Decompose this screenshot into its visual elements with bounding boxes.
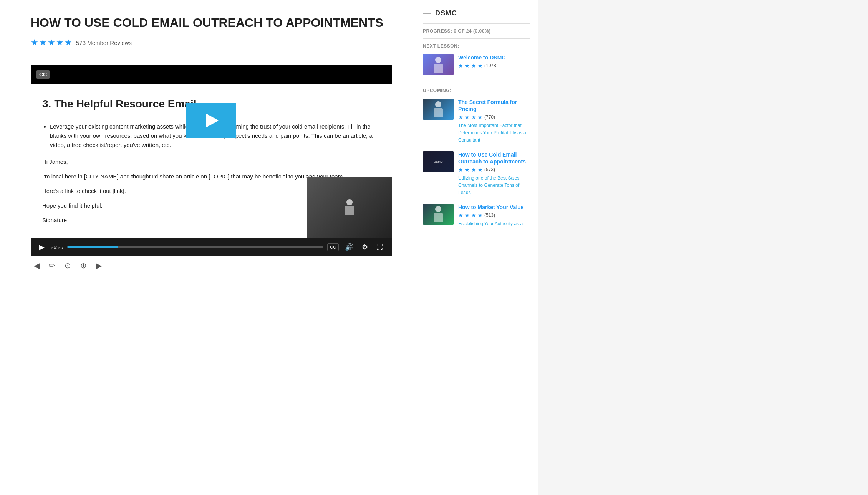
divider <box>31 57 392 57</box>
upcoming-count-0: (770) <box>484 114 495 120</box>
next-lesson-title[interactable]: Welcome to DSMC <box>458 54 530 61</box>
nl-star-3: ★ <box>471 63 476 69</box>
person-graphic <box>344 199 355 215</box>
nl-star-4: ★ <box>478 63 483 69</box>
next-lesson-card[interactable]: Welcome to DSMC ★ ★ ★ ★ (1078) <box>423 54 530 75</box>
star-1: ★ <box>31 38 38 48</box>
rating-row: ★ ★ ★ ★ ★ 573 Member Reviews <box>31 38 392 48</box>
fullscreen-button[interactable]: ⛶ <box>374 242 386 253</box>
prev-button[interactable]: ◀ <box>31 259 43 272</box>
star-5: ★ <box>65 38 72 48</box>
market-person <box>433 206 444 222</box>
sidebar-header: DSMC <box>423 9 530 17</box>
progress-fill <box>67 246 119 248</box>
star-2: ★ <box>39 38 47 48</box>
next-lesson-label: NEXT LESSON: <box>423 43 530 49</box>
video-thumbnail <box>307 177 392 238</box>
welcome-thumb-graphic <box>423 54 454 75</box>
upcoming-thumb-1: DSMC <box>423 151 454 172</box>
upcoming-card-1[interactable]: DSMC How to Use Cold Email Outreach to A… <box>423 151 530 196</box>
time-display: 26:26 <box>51 244 63 250</box>
u2-star-2: ★ <box>465 212 470 218</box>
upcoming-desc-0: The Most Important Factor that Determine… <box>458 123 526 143</box>
share-button[interactable]: ⊕ <box>77 259 90 272</box>
star-rating: ★ ★ ★ ★ ★ <box>31 38 72 48</box>
video-controls: ▶ 26:26 CC 🔊 ⚙ ⛶ <box>31 238 392 256</box>
u1-star-1: ★ <box>458 167 463 173</box>
sidebar-top-divider <box>423 23 530 24</box>
upcoming-title-1[interactable]: How to Use Cold Email Outreach to Appoin… <box>458 151 530 165</box>
thumbnail-person <box>307 177 392 238</box>
next-lesson-stars: ★ ★ ★ ★ (1078) <box>458 63 530 69</box>
main-content: HOW TO USE COLD EMAIL OUTREACH TO APPOIN… <box>0 0 415 495</box>
sidebar: DSMC PROGRESS: 0 OF 24 (0.00%) NEXT LESS… <box>415 0 538 495</box>
play-button-overlay[interactable] <box>186 103 236 138</box>
upcoming-desc-1: Utilizing one of the Best Sales Channels… <box>458 175 519 195</box>
star-3: ★ <box>48 38 55 48</box>
upcoming-info-0: The Secret Formula for Pricing ★ ★ ★ ★ (… <box>458 99 530 144</box>
video-top-bar: CC <box>31 65 392 84</box>
cold-email-thumb-text: DSMC <box>434 160 443 163</box>
nl-star-1: ★ <box>458 63 463 69</box>
u2-star-4: ★ <box>478 212 483 218</box>
welcome-head <box>435 57 441 63</box>
volume-button[interactable]: 🔊 <box>343 241 356 253</box>
market-head <box>435 206 441 212</box>
u0-star-4: ★ <box>478 114 483 120</box>
upcoming-thumb-0 <box>423 99 454 120</box>
sidebar-brand: DSMC <box>435 9 457 17</box>
play-triangle-icon <box>206 114 219 127</box>
upcoming-title-0[interactable]: The Secret Formula for Pricing <box>458 99 530 112</box>
upcoming-title-2[interactable]: How to Market Your Value <box>458 204 530 211</box>
star-4: ★ <box>56 38 64 48</box>
u1-star-4: ★ <box>478 167 483 173</box>
nav-controls: ◀ ✏ ⊙ ⊕ ▶ <box>31 256 392 275</box>
play-pause-button[interactable]: ▶ <box>37 241 47 253</box>
u1-star-2: ★ <box>465 167 470 173</box>
person-head <box>346 199 353 205</box>
welcome-person <box>433 57 444 73</box>
u0-star-1: ★ <box>458 114 463 120</box>
upcoming-desc-2: Establishing Your Authority as a <box>458 221 523 226</box>
next-lesson-thumb <box>423 54 454 75</box>
u2-star-3: ★ <box>471 212 476 218</box>
edit-button[interactable]: ✏ <box>46 259 58 272</box>
market-body <box>434 213 443 222</box>
upcoming-card-2[interactable]: How to Market Your Value ★ ★ ★ ★ (513) E… <box>423 204 530 227</box>
u2-star-1: ★ <box>458 212 463 218</box>
progress-bar[interactable] <box>67 246 324 248</box>
next-lesson-info: Welcome to DSMC ★ ★ ★ ★ (1078) <box>458 54 530 75</box>
cc-button[interactable]: CC <box>327 243 339 251</box>
person-body <box>345 206 354 215</box>
nl-star-2: ★ <box>465 63 470 69</box>
upcoming-count-1: (573) <box>484 167 495 172</box>
u0-star-2: ★ <box>465 114 470 120</box>
video-body: 3. The Helpful Resource Email Leverage y… <box>31 84 392 238</box>
sidebar-progress-divider <box>423 38 530 39</box>
upcoming-stars-0: ★ ★ ★ ★ (770) <box>458 114 530 120</box>
review-count: 573 Member Reviews <box>76 40 132 46</box>
pricing-thumb-graphic <box>423 99 454 120</box>
settings-button[interactable]: ⚙ <box>359 241 370 253</box>
pricing-person <box>433 101 444 117</box>
upcoming-info-2: How to Market Your Value ★ ★ ★ ★ (513) E… <box>458 204 530 227</box>
page-title: HOW TO USE COLD EMAIL OUTREACH TO APPOIN… <box>31 15 392 30</box>
cc-badge[interactable]: CC <box>36 70 50 79</box>
upcoming-stars-2: ★ ★ ★ ★ (513) <box>458 212 530 218</box>
u0-star-3: ★ <box>471 114 476 120</box>
pricing-body <box>434 108 443 117</box>
cold-email-thumb-graphic: DSMC <box>423 151 454 172</box>
welcome-body <box>434 64 443 73</box>
cc-icon: CC <box>330 245 336 249</box>
market-thumb-graphic <box>423 204 454 225</box>
email-greeting: Hi James, <box>42 157 380 167</box>
circle-button[interactable]: ⊙ <box>61 259 74 272</box>
upcoming-divider <box>423 83 530 83</box>
upcoming-card-0[interactable]: The Secret Formula for Pricing ★ ★ ★ ★ (… <box>423 99 530 144</box>
next-button[interactable]: ▶ <box>93 259 105 272</box>
pricing-head <box>435 101 441 107</box>
upcoming-info-1: How to Use Cold Email Outreach to Appoin… <box>458 151 530 196</box>
upcoming-label: UPCOMING: <box>423 88 530 93</box>
upcoming-stars-1: ★ ★ ★ ★ (573) <box>458 167 530 173</box>
u1-star-3: ★ <box>471 167 476 173</box>
